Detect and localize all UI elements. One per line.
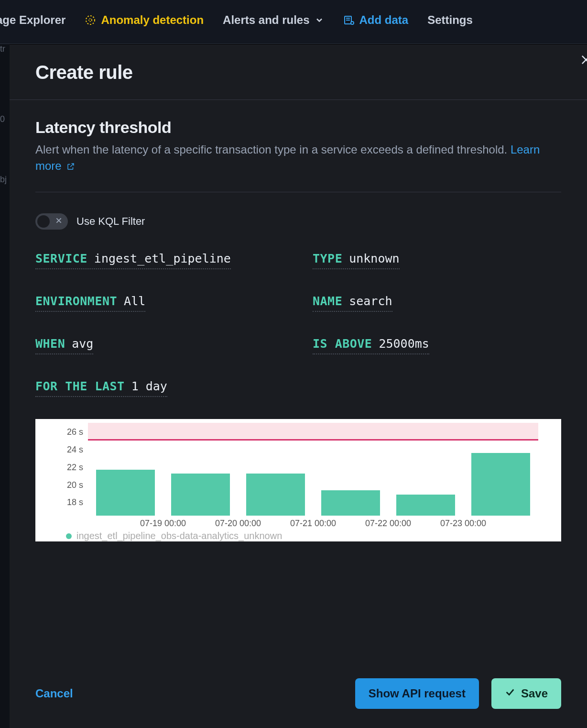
background-page-fragment: tr0bj — [0, 44, 10, 728]
chart-xtick: 07-19 00:00 — [140, 518, 186, 529]
nav-label: Anomaly detection — [101, 13, 204, 27]
flyout-header: Create rule — [10, 44, 587, 100]
toggle-knob — [37, 215, 50, 228]
expression-type[interactable]: TYPE unknown — [313, 252, 561, 269]
expression-value: 1 day — [131, 379, 167, 393]
legend-dot-icon — [66, 533, 72, 539]
expression-is-above[interactable]: IS ABOVE 25000ms — [313, 337, 561, 354]
chart-bar — [96, 470, 154, 516]
expression-label: IS ABOVE — [313, 337, 372, 351]
chevron-down-icon — [315, 15, 324, 25]
svg-point-1 — [86, 16, 95, 24]
nav-label: Add data — [359, 13, 409, 27]
chart-ytick: 18 s — [67, 497, 83, 507]
top-nav: torage Explorer Anomaly detection Alerts… — [0, 0, 587, 44]
chart-xtick: 07-21 00:00 — [290, 518, 336, 529]
nav-label: Settings — [427, 13, 473, 27]
expression-label: NAME — [313, 294, 342, 308]
expression-service[interactable]: SERVICE ingest_etl_pipeline — [35, 252, 284, 269]
section-description: Alert when the latency of a specific tra… — [35, 142, 561, 174]
chart-bar — [246, 474, 304, 516]
chart-legend: ingest_etl_pipeline_obs-data-analytics_u… — [66, 530, 282, 541]
nav-anomaly-detection[interactable]: Anomaly detection — [85, 13, 204, 27]
expression-label: FOR THE LAST — [35, 379, 125, 393]
expression-when[interactable]: WHEN avg — [35, 337, 284, 354]
toggle-off-icon — [55, 217, 63, 226]
nav-settings[interactable]: Settings — [427, 13, 473, 27]
anomaly-icon — [85, 14, 96, 26]
nav-alerts-rules[interactable]: Alerts and rules — [223, 13, 324, 27]
expression-label: WHEN — [35, 337, 65, 351]
check-icon — [505, 687, 515, 700]
latency-preview-chart: ingest_etl_pipeline_obs-data-analytics_u… — [35, 419, 561, 541]
chart-plot-area — [88, 423, 538, 516]
legend-series-name: ingest_etl_pipeline_obs-data-analytics_u… — [76, 530, 282, 541]
expression-value: 25000ms — [379, 337, 429, 351]
chart-ytick: 22 s — [67, 462, 83, 472]
chart-ytick: 26 s — [67, 427, 83, 437]
chart-bars — [88, 423, 538, 516]
save-label: Save — [521, 687, 548, 700]
chart-xtick: 07-23 00:00 — [440, 518, 486, 529]
section-title: Latency threshold — [35, 118, 561, 137]
expression-value: unknown — [349, 252, 399, 265]
chart-bar — [171, 474, 229, 516]
kql-filter-label: Use KQL Filter — [76, 215, 145, 228]
nav-label: torage Explorer — [0, 13, 65, 27]
cancel-label: Cancel — [35, 687, 73, 700]
expression-value: ingest_etl_pipeline — [94, 252, 231, 265]
svg-point-0 — [89, 19, 92, 22]
cancel-button[interactable]: Cancel — [35, 687, 73, 700]
expression-value: avg — [72, 337, 93, 351]
expression-grid: SERVICE ingest_etl_pipeline TYPE unknown… — [35, 252, 561, 397]
expression-label: SERVICE — [35, 252, 87, 265]
chart-bar — [471, 453, 530, 516]
expression-label: ENVIRONMENT — [35, 294, 117, 308]
expression-environment[interactable]: ENVIRONMENT All — [35, 294, 284, 312]
create-rule-flyout: Create rule Latency threshold Alert when… — [10, 44, 587, 728]
chart-bar — [321, 490, 380, 516]
chart-ytick: 20 s — [67, 480, 83, 490]
show-api-request-button[interactable]: Show API request — [355, 678, 479, 709]
nav-storage-explorer[interactable]: torage Explorer — [0, 13, 65, 27]
chart-xtick: 07-22 00:00 — [365, 518, 411, 529]
description-text: Alert when the latency of a specific tra… — [35, 143, 511, 156]
chart-xtick: 07-20 00:00 — [215, 518, 261, 529]
close-icon[interactable] — [579, 53, 587, 68]
chart-bar — [396, 495, 455, 516]
flyout-footer: Cancel Show API request Save — [10, 665, 587, 728]
expression-value: All — [124, 294, 145, 308]
divider — [35, 192, 561, 192]
save-button[interactable]: Save — [491, 678, 561, 709]
expression-for-the-last[interactable]: FOR THE LAST 1 day — [35, 379, 284, 397]
expression-label: TYPE — [313, 252, 342, 265]
nav-add-data[interactable]: Add data — [343, 13, 409, 27]
show-api-label: Show API request — [369, 687, 466, 700]
expression-value: search — [349, 294, 392, 308]
kql-filter-toggle-row: Use KQL Filter — [35, 213, 561, 230]
nav-label: Alerts and rules — [223, 13, 309, 27]
flyout-title: Create rule — [35, 62, 561, 83]
flyout-body: Latency threshold Alert when the latency… — [10, 100, 587, 665]
expression-name[interactable]: NAME search — [313, 294, 561, 312]
chart-ytick: 24 s — [67, 444, 83, 454]
add-data-icon — [343, 14, 355, 26]
kql-filter-toggle[interactable] — [35, 213, 68, 230]
